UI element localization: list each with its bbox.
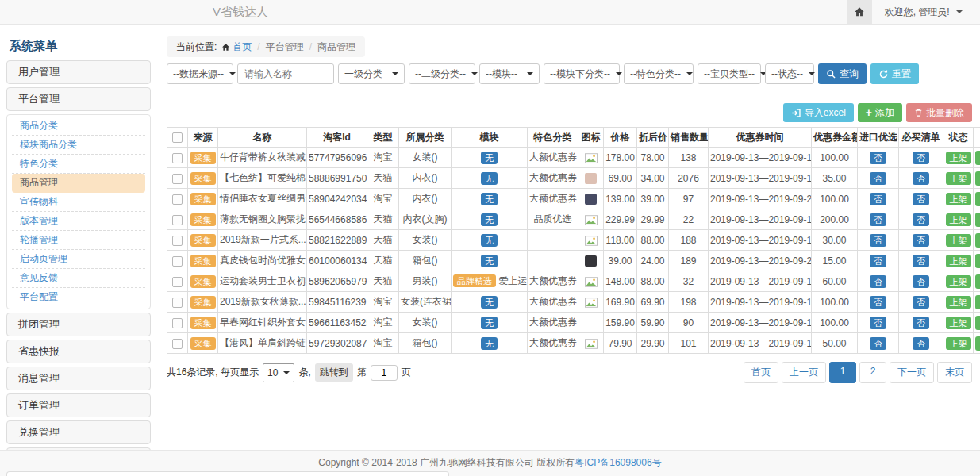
import-toggle-badge[interactable]: 否	[870, 275, 886, 288]
sidebar-subitem-7[interactable]: 启动页管理	[12, 250, 145, 269]
must-buy-toggle-badge[interactable]: 否	[913, 213, 929, 226]
row-checkbox[interactable]	[172, 194, 183, 205]
table-row: 采集早春网红针织外套女春...596611634525淘宝女装()无大额优惠券1…	[167, 313, 980, 333]
row-checkbox[interactable]	[172, 174, 183, 184]
status-badge[interactable]: 上架	[946, 296, 971, 309]
must-buy-toggle-badge[interactable]: 否	[913, 152, 929, 164]
edit-button[interactable]	[975, 151, 980, 165]
must-buy-toggle-badge[interactable]: 否	[913, 337, 929, 350]
edit-button[interactable]	[975, 254, 980, 268]
edit-button[interactable]	[975, 274, 980, 289]
import-toggle-badge[interactable]: 否	[870, 172, 886, 185]
import-toggle-badge[interactable]: 否	[870, 296, 886, 309]
row-checkbox[interactable]	[172, 153, 183, 163]
reset-button[interactable]: 重置	[870, 63, 919, 84]
sidebar-item-5[interactable]: 订单管理	[6, 393, 151, 417]
must-buy-toggle-badge[interactable]: 否	[913, 296, 929, 309]
sidebar-subitem-5[interactable]: 版本管理	[12, 212, 145, 231]
page-button-3[interactable]: 2	[859, 362, 886, 383]
sidebar-subitem-0[interactable]: 商品分类	[12, 117, 145, 136]
filter-select-3[interactable]: --二级分类--	[409, 63, 475, 84]
status-cell: 上架	[943, 333, 974, 354]
row-checkbox[interactable]	[172, 215, 183, 225]
status-badge[interactable]: 上架	[946, 255, 971, 267]
import-toggle-badge[interactable]: 否	[870, 234, 886, 247]
breadcrumb-home-link[interactable]: 首页	[233, 41, 252, 52]
row-checkbox[interactable]	[172, 277, 183, 287]
page-button-0[interactable]: 首页	[744, 362, 778, 383]
edit-button[interactable]	[975, 316, 980, 330]
row-checkbox[interactable]	[172, 339, 183, 349]
status-badge[interactable]: 上架	[946, 234, 971, 247]
sidebar-item-1[interactable]: 平台管理	[6, 87, 151, 111]
must-buy-toggle-badge[interactable]: 否	[913, 193, 929, 205]
page-button-4[interactable]: 下一页	[890, 362, 934, 383]
sidebar-subitem-9[interactable]: 平台配置	[12, 288, 145, 307]
import-toggle-badge[interactable]: 否	[870, 317, 886, 329]
status-badge[interactable]: 上架	[946, 337, 971, 350]
edit-button[interactable]	[975, 192, 980, 206]
row-checkbox[interactable]	[172, 236, 183, 246]
search-button[interactable]: 查询	[818, 63, 867, 84]
import-excel-button[interactable]: 导入excel	[783, 103, 854, 122]
sidebar-item-4[interactable]: 消息管理	[6, 367, 151, 390]
page-size-select[interactable]: 10	[263, 363, 294, 382]
sidebar-subitem-4[interactable]: 宣传物料	[12, 193, 145, 212]
filter-select-0[interactable]: --数据来源--	[167, 63, 233, 84]
filter-select-5[interactable]: --模块下分类--	[544, 63, 620, 84]
filter-select-6[interactable]: --特色分类--	[624, 63, 694, 84]
sidebar-subitem-2[interactable]: 特色分类	[12, 155, 145, 174]
sidebar-subitem-8[interactable]: 意见反馈	[12, 269, 145, 288]
must-buy-toggle-badge[interactable]: 否	[913, 255, 929, 267]
row-checkbox[interactable]	[172, 318, 183, 328]
sidebar-item-3[interactable]: 省惠快报	[6, 340, 151, 363]
edit-button[interactable]	[975, 233, 980, 248]
sidebar-item-2[interactable]: 拼团管理	[6, 313, 151, 336]
edit-button[interactable]	[975, 336, 980, 351]
select-all-checkbox[interactable]	[172, 132, 183, 143]
import-toggle-badge[interactable]: 否	[870, 193, 886, 205]
sidebar-subitem-6[interactable]: 轮播管理	[12, 231, 145, 250]
filter-select-4[interactable]: --模块--	[479, 63, 540, 84]
import-toggle-badge[interactable]: 否	[870, 213, 886, 226]
name-cell: 2019新款女秋薄款...	[218, 292, 307, 313]
product-image-icon	[585, 277, 598, 287]
filter-select-8[interactable]: --状态--	[765, 63, 814, 84]
icp-link[interactable]: 粤ICP备16098006号	[575, 457, 661, 468]
page-button-1[interactable]: 上一页	[782, 362, 826, 383]
user-menu[interactable]: 欢迎您, 管理员!	[885, 6, 963, 19]
batch-delete-button[interactable]: 批量删除	[906, 103, 972, 122]
page-button-2[interactable]: 1	[829, 362, 856, 383]
sidebar-subitem-3[interactable]: 商品管理	[12, 174, 145, 193]
row-checkbox[interactable]	[172, 256, 183, 267]
edit-button[interactable]	[975, 213, 980, 227]
sidebar-subitem-1[interactable]: 模块商品分类	[12, 136, 145, 155]
status-badge[interactable]: 上架	[946, 172, 971, 185]
filter-select-2[interactable]: 一级分类	[338, 63, 405, 84]
name-search-input[interactable]	[237, 63, 334, 84]
import-toggle-badge[interactable]: 否	[870, 255, 886, 267]
status-badge[interactable]: 上架	[946, 193, 971, 205]
status-badge[interactable]: 上架	[946, 213, 971, 226]
import-toggle-badge[interactable]: 否	[870, 152, 886, 164]
edit-button[interactable]	[975, 171, 980, 186]
must-buy-toggle-badge[interactable]: 否	[913, 275, 929, 288]
sidebar-item-0[interactable]: 用户管理	[6, 60, 151, 84]
row-checkbox[interactable]	[172, 298, 183, 308]
sidebar-item-6[interactable]: 兑换管理	[6, 420, 151, 444]
jump-to-button[interactable]: 跳转到	[315, 363, 353, 382]
home-button[interactable]	[847, 0, 872, 24]
page-number-input[interactable]	[371, 365, 398, 381]
status-badge[interactable]: 上架	[946, 317, 971, 329]
import-toggle-badge[interactable]: 否	[870, 337, 886, 350]
add-button[interactable]: + 添加	[858, 103, 902, 122]
page-button-5[interactable]: 末页	[937, 362, 972, 383]
edit-button[interactable]	[975, 295, 980, 309]
status-badge[interactable]: 上架	[946, 275, 971, 288]
actions-cell	[974, 333, 980, 354]
must-buy-toggle-badge[interactable]: 否	[913, 317, 929, 329]
status-badge[interactable]: 上架	[946, 152, 971, 164]
filter-select-7[interactable]: --宝贝类型--	[698, 63, 761, 84]
must-buy-toggle-badge[interactable]: 否	[913, 172, 929, 185]
must-buy-toggle-badge[interactable]: 否	[913, 234, 929, 247]
